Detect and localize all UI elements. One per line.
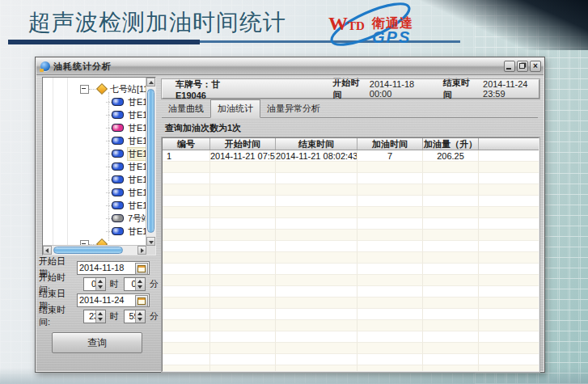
start-date-input[interactable]: 2014-11-18 [77, 261, 150, 275]
start-minute-stepper[interactable]: 0 [124, 277, 146, 291]
tree-item-label: 甘E1 [128, 226, 146, 238]
minimize-button[interactable] [504, 61, 515, 72]
table-cell [357, 207, 423, 218]
tree-item-vehicle[interactable]: 甘E1 [43, 108, 146, 121]
tree-connector [106, 167, 112, 167]
table-row-empty [163, 241, 539, 252]
end-hour-stepper[interactable]: 23 [83, 310, 106, 323]
table-body: 12014-11-21 07:56...2014-11-21 08:02:437… [163, 150, 539, 372]
tree-horizontal-scrollbar[interactable] [43, 245, 146, 255]
table-cell [163, 162, 210, 173]
tree-item-vehicle[interactable]: 甘E1 [43, 147, 146, 160]
wtd-gps-logo: WTD 衛通達 GPS [322, 2, 431, 47]
tree-connector [106, 115, 112, 116]
stepper-buttons[interactable] [135, 278, 145, 290]
table-cell [210, 264, 276, 275]
collapse-expander-icon[interactable] [80, 85, 89, 94]
vehicle-tree-panel: 七号站[11] 甘E1甘E1甘E1甘E1甘E1甘E1甘E1甘E1甘E17号站甘E… [42, 77, 156, 255]
table-cell [357, 365, 423, 372]
table-cell [276, 196, 357, 207]
table-cell [479, 365, 539, 372]
vehicle-info-bar: 车牌号：甘E19046 开始时间 2014-11-18 00:00 结束时间 2… [162, 79, 539, 99]
column-header[interactable] [479, 138, 539, 150]
table-cell [163, 252, 210, 264]
start-hour-stepper[interactable]: 0 [83, 277, 106, 291]
table-cell [423, 365, 479, 372]
table-row[interactable]: 12014-11-21 07:56...2014-11-21 08:02:437… [163, 150, 539, 162]
stepper-buttons[interactable] [95, 278, 105, 290]
tree-root-node[interactable]: 七号站[11] [43, 82, 146, 95]
restore-button[interactable] [517, 61, 528, 72]
table-row-empty [163, 162, 539, 173]
tree-item-vehicle[interactable]: 甘E1 [43, 225, 146, 238]
table-cell: 1 [163, 150, 210, 162]
table-cell [479, 196, 539, 207]
table-row-empty [163, 184, 539, 196]
horizontal-scroll-thumb[interactable] [53, 247, 123, 254]
table-cell [479, 162, 539, 173]
column-header[interactable]: 编号 [163, 138, 210, 150]
tab-bar: 油量曲线加油统计油量异常分析 [162, 102, 538, 118]
table-cell [479, 331, 539, 343]
tree-item-vehicle[interactable]: 甘E1 [43, 134, 146, 147]
table-cell [276, 331, 357, 343]
end-time-label: 结束时间: [39, 304, 77, 328]
stepper-buttons[interactable] [95, 310, 105, 323]
table-cell [423, 207, 479, 218]
table-cell [210, 230, 276, 241]
table-cell [479, 343, 539, 354]
vertical-scroll-thumb[interactable] [147, 89, 154, 233]
tree-item-label: 7号站 [128, 213, 146, 225]
start-date-calendar-button[interactable] [135, 263, 148, 275]
hour-unit-label: 时 [110, 278, 119, 290]
close-button[interactable]: × [530, 61, 541, 72]
table-cell [423, 297, 479, 309]
tree-item-vehicle[interactable]: 甘E1 [43, 173, 146, 186]
column-header[interactable]: 加油时间 [357, 138, 423, 150]
table-cell [357, 173, 423, 184]
end-date-input[interactable]: 2014-11-24 [77, 293, 150, 307]
table-cell [357, 162, 423, 173]
table-row-empty [163, 207, 539, 218]
tree-item-vehicle[interactable]: 甘E1 [43, 199, 146, 212]
query-button[interactable]: 查询 [52, 332, 142, 353]
car-icon [112, 227, 124, 235]
table-cell [276, 207, 357, 218]
tree-item-vehicle[interactable]: 7号站 [43, 212, 146, 225]
tree-item-vehicle[interactable]: 甘E1 [43, 121, 146, 134]
tree-item-vehicle[interactable]: 甘E1 [43, 186, 146, 199]
tab-fuel-curve[interactable]: 油量曲线 [162, 100, 210, 117]
car-icon [112, 98, 124, 106]
tree-vertical-scrollbar[interactable] [146, 78, 155, 246]
arrow-left-icon [45, 248, 49, 253]
table-row-empty [163, 173, 539, 184]
window-titlebar[interactable]: 油耗统计分析 [36, 58, 544, 75]
end-minute-stepper[interactable]: 59 [124, 310, 146, 323]
tree-item-vehicle[interactable]: 甘E1 [43, 95, 146, 108]
scrollbar-corner [146, 246, 155, 255]
table-cell [276, 162, 357, 173]
table-cell [276, 309, 357, 320]
tree-connector [106, 231, 112, 232]
scroll-down-button[interactable] [146, 237, 155, 246]
tree-item-label: 甘E1 [128, 96, 146, 108]
car-icon [112, 124, 124, 132]
tree-items: 甘E1甘E1甘E1甘E1甘E1甘E1甘E1甘E1甘E17号站甘E1 [43, 95, 146, 238]
column-header[interactable]: 结束时间 [276, 138, 357, 150]
table-header-row: 编号开始时间结束时间加油时间加油量（升） [163, 138, 539, 150]
tree-item-vehicle[interactable]: 甘E1 [43, 160, 146, 173]
end-date-calendar-button[interactable] [135, 295, 148, 307]
column-header[interactable]: 加油量（升） [423, 138, 479, 150]
table-cell [210, 343, 276, 354]
stepper-buttons[interactable] [135, 310, 145, 323]
table-cell [163, 207, 210, 218]
table-row-empty [163, 331, 539, 343]
scroll-left-button[interactable] [43, 246, 52, 255]
tree-item-label: 甘E1 [128, 122, 146, 134]
scroll-up-button[interactable] [146, 78, 155, 87]
tab-fuel-anomaly-analysis[interactable]: 油量异常分析 [260, 100, 327, 117]
tab-refuel-statistics[interactable]: 加油统计 [210, 99, 260, 118]
column-header[interactable]: 开始时间 [210, 138, 276, 150]
table-cell [276, 184, 357, 196]
scroll-right-button[interactable] [137, 246, 146, 255]
